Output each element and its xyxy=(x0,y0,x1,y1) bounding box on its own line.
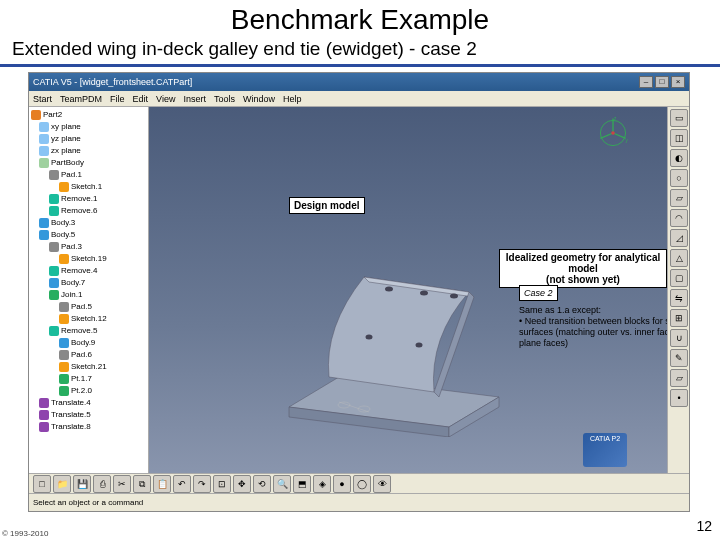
boolean-tool-icon[interactable]: ∪ xyxy=(670,329,688,347)
copyright-text: © 1993-2010 xyxy=(2,529,48,538)
plane-tool-icon[interactable]: ▱ xyxy=(670,369,688,387)
tree-remove4[interactable]: Remove.4 xyxy=(31,265,146,277)
tree-pad1[interactable]: Pad.1 xyxy=(31,169,146,181)
redo-icon[interactable]: ↷ xyxy=(193,475,211,493)
draft-tool-icon[interactable]: △ xyxy=(670,249,688,267)
tree-pt20[interactable]: Pt.2.0 xyxy=(31,385,146,397)
tree-sketch12[interactable]: Sketch.12 xyxy=(31,313,146,325)
menu-teampdm[interactable]: TeamPDM xyxy=(60,94,102,104)
paste-icon[interactable]: 📋 xyxy=(153,475,171,493)
zoom-icon[interactable]: 🔍 xyxy=(273,475,291,493)
normal-view-icon[interactable]: ⬒ xyxy=(293,475,311,493)
hole-tool-icon[interactable]: ○ xyxy=(670,169,688,187)
status-message: Select an object or a command xyxy=(33,498,143,507)
point-icon xyxy=(59,386,69,396)
tree-pad6[interactable]: Pad.6 xyxy=(31,349,146,361)
menu-view[interactable]: View xyxy=(156,94,175,104)
tree-remove6[interactable]: Remove.6 xyxy=(31,205,146,217)
tree-body7[interactable]: Body.7 xyxy=(31,277,146,289)
menu-tools[interactable]: Tools xyxy=(214,94,235,104)
tree-pt17[interactable]: Pt.1.7 xyxy=(31,373,146,385)
menu-insert[interactable]: Insert xyxy=(183,94,206,104)
remove-icon xyxy=(49,326,59,336)
pattern-tool-icon[interactable]: ⊞ xyxy=(670,309,688,327)
tree-sketch21[interactable]: Sketch.21 xyxy=(31,361,146,373)
menu-start[interactable]: Start xyxy=(33,94,52,104)
tree-translate8[interactable]: Translate.8 xyxy=(31,421,146,433)
minimize-button[interactable]: – xyxy=(639,76,653,88)
join-icon xyxy=(49,290,59,300)
compass-icon[interactable]: z y xyxy=(595,115,631,151)
fit-icon[interactable]: ⊡ xyxy=(213,475,231,493)
statusbar: Select an object or a command xyxy=(29,493,689,511)
copy-icon[interactable]: ⧉ xyxy=(133,475,151,493)
cut-icon[interactable]: ✂ xyxy=(113,475,131,493)
new-icon[interactable]: □ xyxy=(33,475,51,493)
menu-file[interactable]: File xyxy=(110,94,125,104)
hide-icon[interactable]: 👁 xyxy=(373,475,391,493)
fillet-tool-icon[interactable]: ◠ xyxy=(670,209,688,227)
open-icon[interactable]: 📁 xyxy=(53,475,71,493)
sketch-icon xyxy=(59,314,69,324)
catia-logo: CATIA P2 xyxy=(583,433,627,467)
maximize-button[interactable]: □ xyxy=(655,76,669,88)
pocket-tool-icon[interactable]: ◫ xyxy=(670,129,688,147)
tree-pad5[interactable]: Pad.5 xyxy=(31,301,146,313)
plane-icon xyxy=(39,122,49,132)
svg-point-11 xyxy=(420,291,428,296)
remove-icon xyxy=(49,206,59,216)
tree-root[interactable]: Part2 xyxy=(31,109,146,121)
pan-icon[interactable]: ✥ xyxy=(233,475,251,493)
sketch-tool-icon[interactable]: ✎ xyxy=(670,349,688,367)
3d-viewport[interactable]: z y xyxy=(149,107,667,473)
catia-window: CATIA V5 - [widget_frontsheet.CATPart] –… xyxy=(28,72,690,512)
body-icon xyxy=(39,158,49,168)
svg-point-10 xyxy=(385,287,393,292)
slide-subtitle: Extended wing in-deck galley end tie (ew… xyxy=(0,36,720,67)
plane-icon xyxy=(39,146,49,156)
tree-xy-plane[interactable]: xy plane xyxy=(31,121,146,133)
tree-yz-plane[interactable]: yz plane xyxy=(31,133,146,145)
tree-sketch19[interactable]: Sketch.19 xyxy=(31,253,146,265)
point-icon xyxy=(59,374,69,384)
print-icon[interactable]: ⎙ xyxy=(93,475,111,493)
tree-body3[interactable]: Body.3 xyxy=(31,217,146,229)
pad-tool-icon[interactable]: ▭ xyxy=(670,109,688,127)
feature-tree[interactable]: Part2 xy plane yz plane zx plane PartBod… xyxy=(29,107,148,435)
iso-view-icon[interactable]: ◈ xyxy=(313,475,331,493)
svg-line-3 xyxy=(600,133,613,138)
tree-join1[interactable]: Join.1 xyxy=(31,289,146,301)
rib-tool-icon[interactable]: ▱ xyxy=(670,189,688,207)
rotate-icon[interactable]: ⟲ xyxy=(253,475,271,493)
tree-translate5[interactable]: Translate.5 xyxy=(31,409,146,421)
tree-pad3[interactable]: Pad.3 xyxy=(31,241,146,253)
shading-icon[interactable]: ● xyxy=(333,475,351,493)
tree-body9[interactable]: Body.9 xyxy=(31,337,146,349)
svg-point-6 xyxy=(611,131,615,135)
tree-partbody[interactable]: PartBody xyxy=(31,157,146,169)
tree-remove5[interactable]: Remove.5 xyxy=(31,325,146,337)
label-notes: Same as 1.a except: • Need transition be… xyxy=(519,305,667,349)
wireframe-icon[interactable]: ◯ xyxy=(353,475,371,493)
shell-tool-icon[interactable]: ▢ xyxy=(670,269,688,287)
chamfer-tool-icon[interactable]: ◿ xyxy=(670,229,688,247)
tree-body5[interactable]: Body.5 xyxy=(31,229,146,241)
svg-text:y: y xyxy=(626,138,629,143)
tree-sketch1[interactable]: Sketch.1 xyxy=(31,181,146,193)
menu-window[interactable]: Window xyxy=(243,94,275,104)
menu-help[interactable]: Help xyxy=(283,94,302,104)
undo-icon[interactable]: ↶ xyxy=(173,475,191,493)
point-tool-icon[interactable]: • xyxy=(670,389,688,407)
tree-remove1[interactable]: Remove.1 xyxy=(31,193,146,205)
translate-icon xyxy=(39,410,49,420)
save-icon[interactable]: 💾 xyxy=(73,475,91,493)
svg-point-12 xyxy=(450,294,458,299)
shaft-tool-icon[interactable]: ◐ xyxy=(670,149,688,167)
3d-model[interactable] xyxy=(269,237,529,437)
pad-icon xyxy=(49,170,59,180)
menu-edit[interactable]: Edit xyxy=(133,94,149,104)
close-button[interactable]: × xyxy=(671,76,685,88)
mirror-tool-icon[interactable]: ⇋ xyxy=(670,289,688,307)
tree-translate4[interactable]: Translate.4 xyxy=(31,397,146,409)
tree-zx-plane[interactable]: zx plane xyxy=(31,145,146,157)
